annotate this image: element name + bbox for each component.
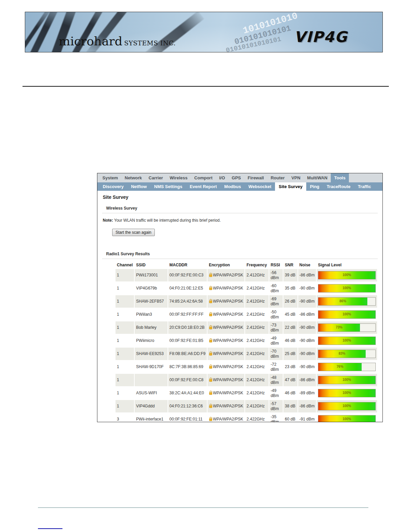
subtab-traffic[interactable]: Traffic (354, 182, 375, 191)
subtab-ping[interactable]: Ping (306, 182, 323, 191)
encryption-text: WPA/WPA2/PSK (213, 391, 243, 395)
column-header-snr: SNR (283, 262, 297, 268)
lock-icon (209, 404, 213, 408)
column-header-macddr: MACDDR (168, 262, 207, 268)
tab-router[interactable]: Router (267, 173, 288, 182)
column-header-signal-level: Signal Level (317, 262, 377, 268)
cell-snr: 47 dB (283, 374, 297, 386)
document-header-banner: 1010101010 010101010101 01010101010101 m… (25, 12, 383, 52)
lock-icon (209, 378, 213, 382)
lock-icon (209, 351, 213, 356)
tab-vpn[interactable]: VPN (288, 173, 304, 182)
cell-encryption: WPA/WPA2/PSK (208, 387, 244, 399)
encryption-text: WPA/WPA2/PSK (213, 299, 243, 304)
cell-frequency: 2.412GHz (245, 348, 269, 360)
cell-noise: -90 dBm (298, 321, 316, 334)
cell-signal-level: 100% (317, 413, 377, 422)
signal-level-fill: 83% (318, 350, 366, 358)
cell-ssid: SHAW-2EFB57 (135, 295, 167, 308)
signal-level-label: 100% (342, 404, 351, 408)
survey-row: 1PWiilan300:0F:92:FF:FF:FFWPA/WPA2/PSK2.… (116, 308, 377, 321)
tab-tools[interactable]: Tools (331, 173, 349, 182)
cell-ssid: Bob Marley (135, 321, 167, 334)
subtab-site-survey[interactable]: Site Survey (275, 182, 306, 191)
cell-rssi: -56 dBm (269, 269, 283, 281)
cell-encryption: WPA/WPA2/PSK (208, 413, 244, 422)
tab-network[interactable]: Network (121, 173, 145, 182)
signal-level-label: 76% (337, 365, 344, 369)
cell-channel: 1 (116, 269, 134, 281)
start-scan-button[interactable]: Start the scan again (112, 229, 155, 236)
cell-rssi: -57 dBm (269, 400, 283, 412)
survey-row: 1PWii17300100:0F:92:FE:00:C3WPA/WPA2/PSK… (116, 269, 377, 281)
cell-signal-level: 100% (317, 269, 377, 281)
survey-row: 1PWiimicro00:0F:92:FE:01:B5WPA/WPA2/PSK2… (116, 335, 377, 347)
cell-snr: 46 dB (283, 387, 297, 399)
survey-row: 1SHAW-2EFB5774:85:2A:42:6A:58WPA/WPA2/PS… (116, 295, 377, 308)
cell-frequency: 2.412GHz (245, 335, 269, 347)
signal-level-bar: 100% (318, 271, 376, 279)
cell-channel: 1 (116, 374, 134, 386)
cell-rssi: -69 dBm (269, 295, 283, 308)
cell-signal-level: 86% (317, 295, 377, 308)
cell-ssid: VIP4Gddd (135, 400, 167, 412)
cell-signal-level: 100% (317, 335, 377, 347)
tab-wireless[interactable]: Wireless (166, 173, 191, 182)
subtab-modbus[interactable]: Modbus (221, 182, 245, 191)
cell-macddr: 00:0F:92:FE:00:C3 (168, 269, 207, 281)
subtab-nms-settings[interactable]: NMS Settings (150, 182, 186, 191)
subtab-traceroute[interactable]: TraceRoute (323, 182, 354, 191)
cell-encryption: WPA/WPA2/PSK (208, 400, 244, 412)
lock-icon (209, 417, 213, 421)
cell-noise: -91 dBm (298, 413, 316, 422)
signal-level-label: 100% (342, 273, 351, 277)
signal-level-bar: 100% (318, 310, 376, 319)
cell-rssi: -50 dBm (269, 308, 283, 321)
tab-gps[interactable]: GPS (228, 173, 244, 182)
survey-row: 1SHAW-EE9253F8:0B:BE:A6:DD:F9WPA/WPA2/PS… (116, 348, 377, 360)
cell-macddr: 04:F0:21:12:36:C6 (168, 400, 207, 412)
signal-level-fill: 100% (318, 415, 375, 422)
cell-ssid: SHAW-EE9253 (135, 348, 167, 360)
cell-macddr: 8C:7F:3B:86:85:69 (168, 361, 207, 373)
cell-noise: -90 dBm (298, 335, 316, 347)
cell-rssi: -49 dBm (269, 387, 283, 399)
cell-rssi: -49 dBm (269, 335, 283, 347)
cell-frequency: 2.412GHz (245, 321, 269, 334)
signal-level-label: 86% (339, 299, 346, 304)
footnote-link-underline[interactable] (38, 528, 62, 529)
subtab-event-report[interactable]: Event Report (186, 182, 221, 191)
cell-frequency: 2.412GHz (245, 387, 269, 399)
tab-comport[interactable]: Comport (191, 173, 216, 182)
cell-snr: 25 dB (283, 348, 297, 360)
cell-macddr: 74:85:2A:42:6A:58 (168, 295, 207, 308)
tab-firewall[interactable]: Firewall (244, 173, 267, 182)
cell-noise: -86 dBm (298, 374, 316, 386)
tab-multiwan[interactable]: MultiWAN (304, 173, 331, 182)
cell-frequency: 2.412GHz (245, 361, 269, 373)
lock-icon (209, 312, 213, 316)
cell-channel: 1 (116, 335, 134, 347)
lock-icon (209, 299, 213, 303)
cell-rssi: -70 dBm (269, 348, 283, 360)
subtab-discovery[interactable]: Discovery (99, 182, 127, 191)
subtab-netflow[interactable]: Netflow (127, 182, 150, 191)
header-divider-line (22, 86, 389, 87)
column-header-channel: Channel (116, 262, 134, 268)
signal-level-fill: 100% (318, 402, 375, 410)
site-survey-screenshot: SystemNetworkCarrierWirelessComportI/OGP… (97, 173, 383, 422)
cell-frequency: 2.412GHz (245, 295, 269, 308)
subtab-websocket[interactable]: Websocket (245, 182, 275, 191)
tab-carrier[interactable]: Carrier (145, 173, 167, 182)
signal-level-label: 83% (338, 352, 345, 356)
lock-icon (209, 391, 213, 395)
tab-system[interactable]: System (99, 173, 121, 182)
survey-row: 1SHAW-9D170F8C:7F:3B:86:85:69WPA/WPA2/PS… (116, 361, 377, 373)
cell-ssid: PWiimicro (135, 335, 167, 347)
encryption-text: WPA/WPA2/PSK (213, 325, 243, 330)
cell-ssid: PWiilan3 (135, 308, 167, 321)
radio1-results-heading: Radio1 Survey Results (102, 252, 378, 259)
encryption-text: WPA/WPA2/PSK (213, 338, 243, 343)
cell-frequency: 2.412GHz (245, 282, 269, 295)
tab-i-o[interactable]: I/O (216, 173, 228, 182)
